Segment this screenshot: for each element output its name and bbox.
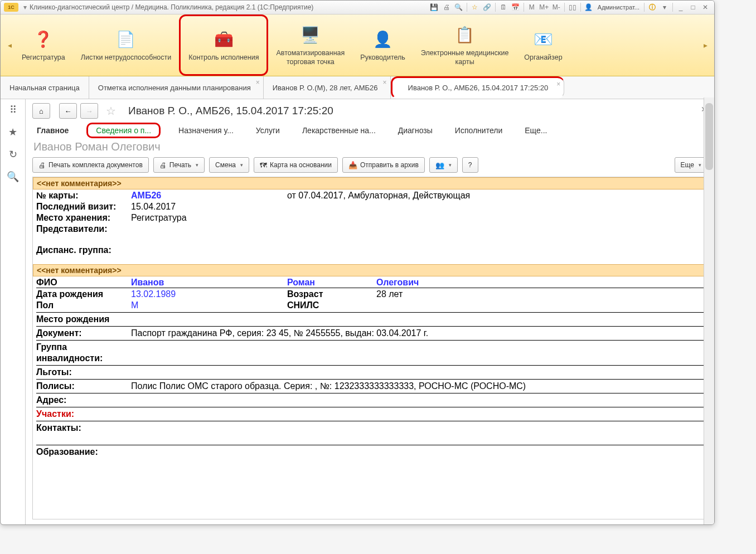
favorites-icon[interactable]: ★ [8,126,17,138]
current-user[interactable]: Администрат... [595,4,642,11]
apps-grid-icon[interactable]: ⠿ [9,104,17,116]
sections-prev-button[interactable]: ◂ [5,20,14,70]
dob-label: Дата рождения [36,289,131,299]
storage-value: Регистратура [131,213,704,223]
search-icon[interactable]: 🔍 [7,171,19,183]
help-button[interactable]: ? [462,157,478,173]
disp-group-label: Диспанс. группа: [36,245,704,255]
left-rail: ⠿ ★ ↻ 🔍 [1,99,26,525]
app-badge-icon: 1С [4,3,18,12]
last-name[interactable]: Иванов [131,278,287,288]
m-minus-icon[interactable]: M- [551,2,562,12]
tab-label: Начальная страница [9,84,80,92]
calculator-icon[interactable]: 🗓 [498,2,509,12]
age-value: 28 лет [376,289,704,299]
scrollbar-thumb[interactable] [705,103,713,170]
subtab-5[interactable]: Диагнозы [394,124,437,137]
subtab-1[interactable]: Сведения о п... [86,123,161,138]
lgoty-label: Льготы: [36,367,704,377]
comment-bar-2[interactable]: <<нет комментария>> [33,264,707,276]
back-button[interactable]: ← [59,103,77,119]
patient-card-panel: <<нет комментария>> № карты: АМБ26 от 07… [32,177,707,519]
last-visit-value: 15.04.2017 [131,202,704,212]
sex-value[interactable]: М [131,300,287,310]
reps-label: Представители: [36,224,704,234]
education-label: Образование: [36,447,704,457]
history-icon[interactable]: ↻ [9,148,17,161]
favorite-icon[interactable]: ☆ [469,2,481,12]
uchastki-label: Участки: [36,409,704,419]
forward-button[interactable]: → [80,103,98,119]
dob-value[interactable]: 13.02.1989 [131,289,287,299]
star-icon[interactable]: ☆ [106,104,116,118]
print-icon: 🖨 [159,161,167,169]
section-item-3[interactable]: 🖥️Автоматизированнаяторговая точка [268,14,352,76]
tab-0[interactable]: Начальная страница [1,76,89,99]
save-icon[interactable]: 💾 [429,2,440,12]
home-button[interactable]: ⌂ [32,103,50,119]
tab-close-icon[interactable]: × [556,80,560,88]
card-from: от 07.04.2017, Амбулаторная, Действующая [287,191,704,201]
map-button[interactable]: 🗺Карта на основании [254,157,338,173]
fio-label: ФИО [36,278,131,288]
close-window-button[interactable]: ✕ [700,2,711,12]
print-set-button[interactable]: 🖨Печать комплекта документов [32,157,149,173]
snils-label: СНИЛС [287,300,376,310]
subtab-6[interactable]: Исполнители [450,124,507,137]
m-icon[interactable]: M [526,2,537,12]
link-icon[interactable]: 🔗 [482,2,493,12]
section-label: Электронные медицинские [421,48,509,57]
shift-button[interactable]: Смена▾ [209,157,249,173]
sections-next-button[interactable]: ▸ [701,20,710,70]
subtab-3[interactable]: Услуги [251,124,284,137]
tab-1[interactable]: Отметка исполнения данными планирования× [89,76,264,99]
section-item-4[interactable]: 👤Руководитель [352,14,413,76]
info-icon[interactable]: ⓘ [647,2,658,12]
subtab-2[interactable]: Назначения у... [174,124,238,137]
subtab-0[interactable]: Главное [32,124,73,137]
panel-toggle-icon[interactable]: ▯▯ [567,2,578,12]
titlebar: 1С ▾ Клинико-диагностический центр / Мед… [1,1,714,14]
section-item-6[interactable]: 📧Органайзер [516,14,570,76]
tab-close-icon[interactable]: × [383,79,387,86]
preview-icon[interactable]: 🔍 [453,2,464,12]
section-item-0[interactable]: ❓Регистратура [14,14,73,76]
print-button[interactable]: 🖨Печать▾ [153,157,205,173]
archive-icon: 📥 [348,161,357,169]
more-button[interactable]: Еще▾ [675,157,707,173]
first-name[interactable]: Роман [287,278,376,288]
comment-bar[interactable]: <<нет комментария>> [33,177,707,189]
users-button[interactable]: 👥▾ [429,157,458,173]
section-label2: торговая точка [287,57,335,66]
window-title: Клинико-диагностический центр / Медицина… [30,3,429,11]
section-item-5[interactable]: 📋Электронные медицинскиекарты [413,14,517,76]
disability-label-1: Группа [36,342,131,352]
subtab-7[interactable]: Еще... [520,124,551,137]
maximize-button[interactable]: □ [687,2,699,12]
tab-3[interactable]: Иванов Р. О., АМБ26, 15.04.2017 17:25:20… [391,76,565,99]
section-item-2[interactable]: 🧰Контроль исполнения [179,14,268,76]
middle-name[interactable]: Олегович [376,278,704,288]
print-icon: 🖨 [38,161,46,169]
archive-button[interactable]: 📥Отправить в архив [342,157,425,173]
tab-2[interactable]: Иванов Р. О.(М), 28 лет, АМБ26× [264,76,391,99]
minimize-button[interactable]: _ [675,2,686,12]
app-menu-dropdown[interactable]: ▾ [21,3,30,11]
page-toolbar: 🖨Печать комплекта документов 🖨Печать▾ См… [26,155,714,174]
section-label: Автоматизированная [276,48,345,57]
disability-label-2: инвалидности: [36,353,704,363]
map-icon: 🗺 [260,161,267,169]
patient-full-name: Иванов Роман Олегович [26,138,714,155]
m-plus-icon[interactable]: M+ [539,2,550,12]
info-caret[interactable]: ▾ [659,2,670,12]
print-icon[interactable]: 🖨 [441,2,452,12]
subtab-4[interactable]: Лекарственные на... [298,124,380,137]
section-label2: карты [455,57,474,66]
card-no-value[interactable]: АМБ26 [131,191,287,201]
section-item-1[interactable]: 📄Листки нетрудоспособности [73,14,179,76]
content-scrollbar[interactable] [704,98,714,524]
page-subtabs: ГлавноеСведения о п...Назначения у...Усл… [26,123,714,138]
calendar-icon[interactable]: 📅 [510,2,521,12]
section-icon: 📋 [454,24,476,46]
tab-close-icon[interactable]: × [256,79,260,86]
